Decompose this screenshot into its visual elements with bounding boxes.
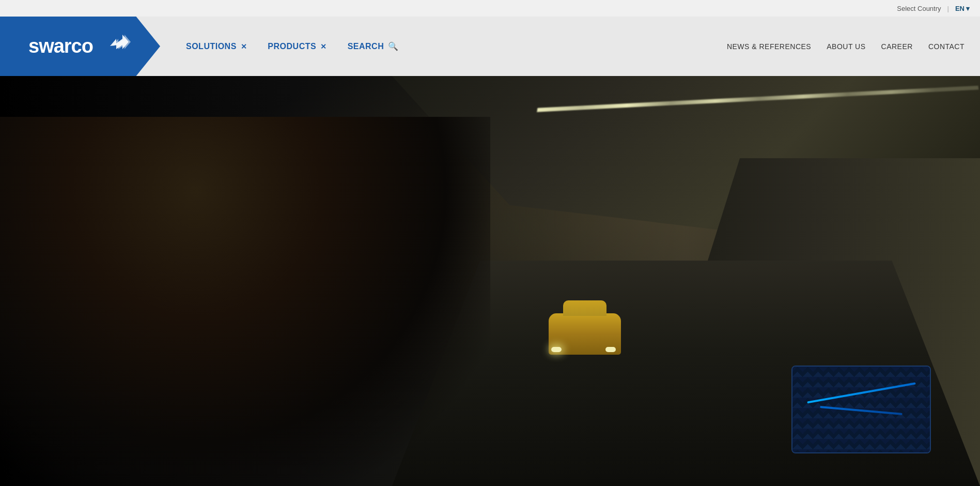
select-country-label[interactable]: Select Country bbox=[897, 5, 941, 12]
contact-nav-item[interactable]: CONTACT bbox=[928, 42, 965, 51]
language-selector[interactable]: EN ▾ bbox=[955, 5, 970, 12]
solutions-close-icon[interactable]: ✕ bbox=[241, 42, 247, 51]
solutions-label: SOLUTIONS bbox=[186, 42, 237, 51]
main-navigation: swarco SOLUTIONS ✕ PRODUCTS ✕ SEARCH 🔍 bbox=[0, 17, 980, 76]
hero-image bbox=[0, 76, 980, 486]
career-nav-item[interactable]: CAREER bbox=[881, 42, 913, 51]
navigation-display bbox=[791, 366, 931, 453]
search-nav-item[interactable]: SEARCH 🔍 bbox=[337, 17, 409, 76]
products-label: PRODUCTS bbox=[268, 42, 316, 51]
chevron-down-icon: ▾ bbox=[966, 5, 970, 12]
search-label: SEARCH bbox=[348, 42, 384, 51]
car-yellow bbox=[549, 313, 621, 355]
svg-text:swarco: swarco bbox=[28, 35, 93, 57]
solutions-nav-item[interactable]: SOLUTIONS ✕ bbox=[176, 17, 257, 76]
swarco-logo[interactable]: swarco bbox=[28, 32, 132, 60]
logo-area[interactable]: swarco bbox=[0, 17, 160, 76]
driver-silhouette bbox=[0, 117, 490, 486]
nav-left: SOLUTIONS ✕ PRODUCTS ✕ SEARCH 🔍 bbox=[176, 17, 409, 76]
top-bar: Select Country | EN ▾ bbox=[0, 0, 980, 17]
nav-right: NEWS & REFERENCES ABOUT US CAREER CONTAC… bbox=[727, 42, 965, 51]
products-nav-item[interactable]: PRODUCTS ✕ bbox=[257, 17, 337, 76]
about-us-nav-item[interactable]: ABOUT US bbox=[827, 42, 865, 51]
products-close-icon[interactable]: ✕ bbox=[320, 42, 327, 51]
divider: | bbox=[947, 5, 949, 12]
search-icon: 🔍 bbox=[388, 41, 399, 51]
lang-label: EN bbox=[955, 5, 965, 12]
news-references-nav-item[interactable]: NEWS & REFERENCES bbox=[727, 42, 811, 51]
